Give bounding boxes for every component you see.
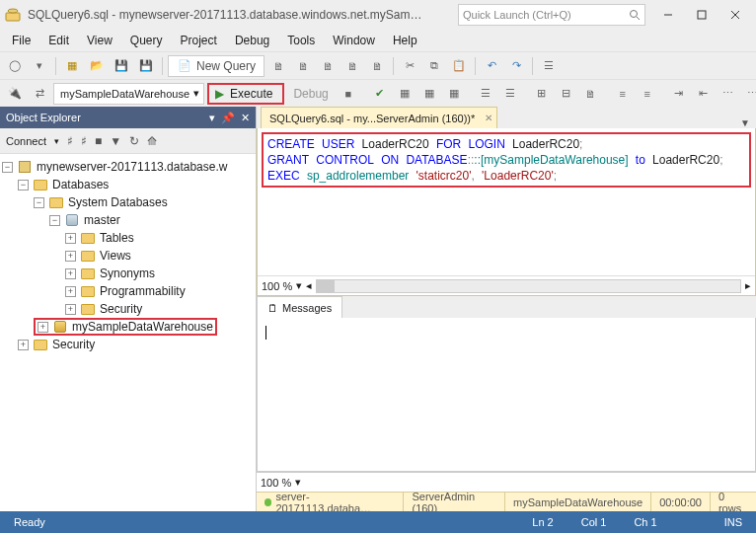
result-file-icon[interactable]: 🗎	[580, 83, 602, 105]
tab-list-icon[interactable]: ▼	[740, 117, 750, 128]
panel-close-icon[interactable]: ✕	[241, 112, 250, 124]
status-ln: Ln 2	[518, 516, 567, 528]
save-icon[interactable]: 💾	[111, 55, 132, 77]
new-query-label: New Query	[196, 59, 256, 73]
menu-project[interactable]: Project	[173, 32, 225, 49]
tree-sysdb-label: System Databases	[68, 195, 168, 209]
menu-view[interactable]: View	[79, 32, 120, 49]
tree-synonyms[interactable]: +Synonyms	[0, 265, 256, 282]
tree-server-label: mynewserver-20171113.database.w	[37, 160, 227, 174]
tree-server[interactable]: −mynewserver-20171113.database.w	[0, 158, 256, 176]
redo-icon[interactable]: ↷	[505, 55, 527, 77]
scroll-left-icon[interactable]: ◂	[306, 279, 312, 292]
object-explorer-tree[interactable]: −mynewserver-20171113.database.w −Databa…	[0, 154, 256, 511]
quick-launch-input[interactable]: Quick Launch (Ctrl+Q)	[458, 4, 645, 26]
sql-editor[interactable]: CREATE USER LoaderRC20 FOR LOGIN LoaderR…	[257, 128, 756, 296]
filter2-icon[interactable]: ♯	[81, 134, 87, 148]
debug-button[interactable]: Debug	[287, 87, 334, 101]
plan-icon-3[interactable]: ▦	[443, 83, 465, 105]
tab-close-icon[interactable]: ✕	[485, 113, 492, 123]
script-icon-1[interactable]: 🗎	[267, 55, 289, 77]
status-ins: INS	[711, 516, 756, 528]
connection-icon[interactable]: 🔌	[4, 83, 26, 105]
menu-edit[interactable]: Edit	[40, 32, 77, 49]
tree-views[interactable]: +Views	[0, 247, 256, 265]
zoom-value[interactable]: 100 %	[262, 280, 292, 292]
new-query-button[interactable]: 📄New Query	[168, 55, 265, 77]
close-button[interactable]	[718, 3, 752, 27]
menu-window[interactable]: Window	[325, 32, 383, 49]
scroll-right-icon[interactable]: ▸	[745, 279, 751, 292]
status-ready: Ready	[0, 516, 59, 528]
script-icon-2[interactable]: 🗎	[292, 55, 314, 77]
menu-help[interactable]: Help	[385, 32, 425, 49]
result-grid-icon[interactable]: ⊞	[531, 83, 553, 105]
tree-security-inner[interactable]: +Security	[0, 300, 256, 318]
undo-icon[interactable]: ↶	[481, 55, 502, 77]
tree-tables[interactable]: +Tables	[0, 229, 256, 247]
uncomment-icon[interactable]: ≡	[637, 83, 658, 105]
database-dropdown[interactable]: mySampleDataWarehouse ▾	[53, 83, 204, 105]
stop-icon[interactable]: ■	[95, 134, 102, 148]
extra-icon-1[interactable]: ⋯	[718, 83, 739, 105]
menu-file[interactable]: File	[4, 32, 38, 49]
connection-status-bar: server-20171113.databa… ServerAdmin (160…	[257, 492, 756, 511]
plan-icon-1[interactable]: ▦	[394, 83, 416, 105]
tree-programmability[interactable]: +Programmability	[0, 282, 256, 300]
stop-icon[interactable]: ■	[338, 83, 359, 105]
change-conn-icon[interactable]: ⇄	[29, 83, 50, 105]
chevron-down-icon: ▾	[193, 87, 199, 100]
execute-button[interactable]: ▶ Execute	[207, 83, 284, 105]
cut-icon[interactable]: ✂	[399, 55, 420, 77]
copy-icon[interactable]: ⧉	[423, 55, 445, 77]
tree-master[interactable]: −master	[0, 211, 256, 229]
tree-databases[interactable]: −Databases	[0, 176, 256, 193]
object-explorer-panel: Object Explorer ▾ 📌 ✕ Connect ▾ ♯ ♯ ■ ▼ …	[0, 107, 257, 511]
pin-icon[interactable]: 📌	[221, 112, 235, 124]
tree-security-outer[interactable]: +Security	[0, 336, 256, 353]
paste-icon[interactable]: 📋	[448, 55, 470, 77]
save-all-icon[interactable]: 💾	[135, 55, 157, 77]
comment-icon[interactable]: ≡	[612, 83, 634, 105]
parse-icon[interactable]: ✔	[369, 83, 391, 105]
nav-fwd-icon[interactable]: ▾	[29, 55, 50, 77]
opt-icon-2[interactable]: ☰	[499, 83, 521, 105]
script-icon-4[interactable]: 🗎	[341, 55, 363, 77]
h-scrollbar[interactable]	[316, 279, 741, 293]
menu-tools[interactable]: Tools	[279, 32, 323, 49]
messages-tab[interactable]: 🗒 Messages	[257, 296, 342, 318]
chevron-down-icon[interactable]: ▾	[295, 476, 301, 489]
extra-icon-2[interactable]: ⋯	[742, 83, 756, 105]
chevron-down-icon[interactable]: ▾	[296, 279, 302, 292]
zoom-value-2[interactable]: 100 %	[261, 477, 291, 489]
panel-menu-icon[interactable]: ▾	[209, 112, 215, 124]
toolbar-sql: 🔌 ⇄ mySampleDataWarehouse ▾ ▶ Execute De…	[0, 79, 756, 107]
messages-pane[interactable]	[257, 318, 756, 472]
minimize-button[interactable]	[651, 3, 685, 27]
document-tab[interactable]: SQLQuery6.sql - my...ServerAdmin (160))*…	[261, 107, 497, 128]
refresh-icon[interactable]: ↻	[129, 134, 139, 148]
menu-debug[interactable]: Debug	[227, 32, 277, 49]
nav-back-icon[interactable]: ◯	[4, 55, 26, 77]
script-icon-3[interactable]: 🗎	[317, 55, 339, 77]
activity-icon[interactable]: ⟰	[147, 134, 157, 148]
open-icon[interactable]: 📂	[86, 55, 108, 77]
play-icon: ▶	[215, 87, 224, 101]
status-col: Col 1	[567, 516, 621, 528]
tree-databases-label: Databases	[52, 178, 109, 191]
menu-query[interactable]: Query	[122, 32, 171, 49]
tree-userdb[interactable]: +mySampleDataWarehouse	[0, 318, 256, 336]
opt-icon-1[interactable]: ☰	[475, 83, 496, 105]
new-item-icon[interactable]: ▦	[61, 55, 83, 77]
outdent-icon[interactable]: ⇤	[693, 83, 715, 105]
tree-sysdb[interactable]: −System Databases	[0, 193, 256, 211]
script-icon-5[interactable]: 🗎	[366, 55, 388, 77]
result-text-icon[interactable]: ⊟	[556, 83, 577, 105]
properties-icon[interactable]: ☰	[538, 55, 560, 77]
filter-icon[interactable]: ♯	[67, 134, 73, 148]
filter3-icon[interactable]: ▼	[110, 134, 121, 148]
indent-icon[interactable]: ⇥	[668, 83, 690, 105]
maximize-button[interactable]	[685, 3, 718, 27]
connect-button[interactable]: Connect	[6, 135, 46, 147]
plan-icon-2[interactable]: ▦	[418, 83, 440, 105]
